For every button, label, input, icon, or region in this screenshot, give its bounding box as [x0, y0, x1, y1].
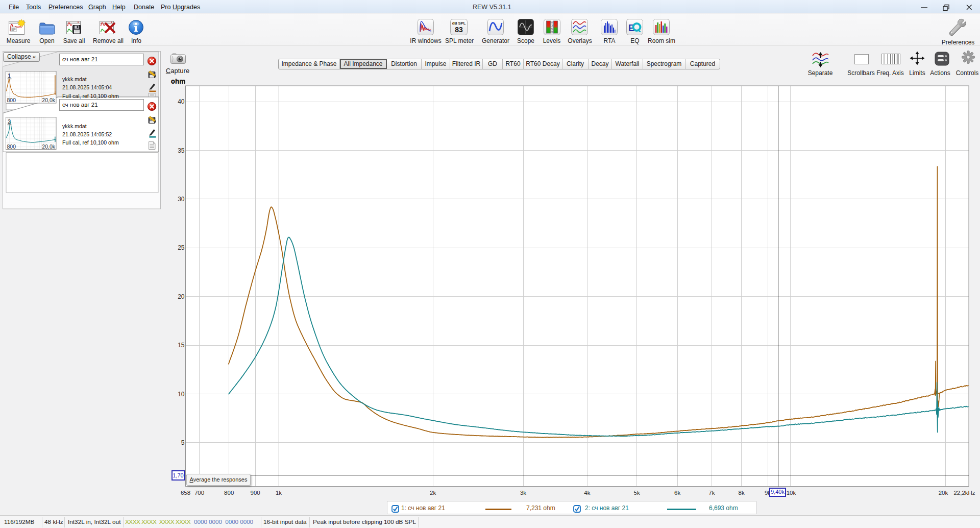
svg-text:25: 25 [178, 244, 185, 251]
svg-text:20: 20 [178, 293, 185, 300]
svg-text:9: 9 [551, 30, 553, 33]
svg-text:10: 10 [178, 391, 185, 398]
svg-text:20,0k: 20,0k [42, 143, 55, 150]
svg-text:800: 800 [7, 97, 16, 103]
svg-text:800: 800 [7, 143, 16, 150]
svg-text:900: 900 [251, 490, 260, 496]
svg-text:1: 1 [8, 73, 11, 79]
svg-text:22,2kHz: 22,2kHz [953, 490, 975, 496]
svg-text:35: 35 [178, 147, 185, 154]
svg-text:20,0k: 20,0k [42, 97, 55, 103]
svg-text:83: 83 [455, 26, 463, 34]
svg-text:700: 700 [194, 490, 204, 496]
svg-text:30: 30 [178, 196, 185, 203]
svg-text:8k: 8k [739, 490, 745, 496]
svg-text:ohm: ohm [171, 78, 186, 85]
svg-text:6k: 6k [674, 490, 680, 496]
svg-text:2: 2 [8, 118, 11, 125]
svg-text:5: 5 [181, 439, 185, 446]
svg-text:800: 800 [224, 490, 234, 496]
svg-text:4k: 4k [584, 490, 590, 496]
svg-text:20k: 20k [939, 490, 948, 496]
svg-text:10k: 10k [787, 490, 796, 496]
svg-text:15: 15 [178, 342, 185, 349]
svg-text:658: 658 [181, 490, 190, 496]
svg-text:3k: 3k [520, 490, 526, 496]
svg-text:1k: 1k [276, 490, 282, 496]
svg-text:dB SPL: dB SPL [452, 21, 466, 26]
svg-text:7k: 7k [708, 490, 715, 496]
svg-text:2k: 2k [430, 490, 436, 496]
svg-text:5k: 5k [634, 490, 640, 496]
svg-text:40: 40 [178, 98, 185, 105]
